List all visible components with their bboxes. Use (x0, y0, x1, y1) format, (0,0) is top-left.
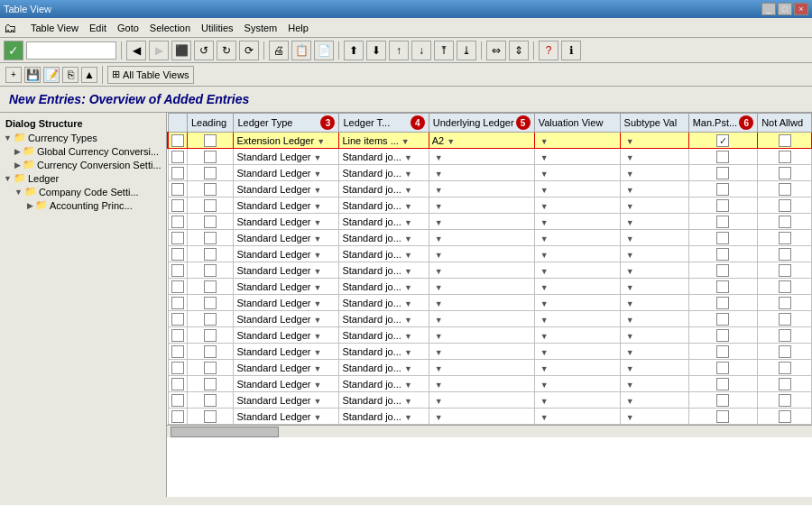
valuation-dropdown[interactable]: ▼ (540, 364, 549, 373)
subtype-dropdown[interactable]: ▼ (626, 316, 634, 325)
leading-checkbox[interactable] (204, 378, 217, 390)
row-checkbox[interactable] (171, 394, 184, 407)
notallwd-checkbox[interactable] (779, 329, 791, 342)
ledger-type-dropdown[interactable]: ▼ (314, 234, 322, 243)
valuation-dropdown[interactable]: ▼ (540, 348, 549, 357)
valuation-dropdown[interactable]: ▼ (540, 137, 549, 146)
valuation-dropdown[interactable]: ▼ (540, 251, 549, 260)
valuation-dropdown[interactable]: ▼ (540, 218, 549, 227)
subtype-dropdown[interactable]: ▼ (626, 186, 634, 195)
toolbar-input[interactable] (26, 41, 116, 60)
refresh3-button[interactable]: ⟳ (239, 41, 259, 60)
menu-selection[interactable]: Selection (150, 23, 190, 33)
underlying-dropdown[interactable]: ▼ (435, 413, 443, 422)
leading-checkbox[interactable] (204, 394, 217, 407)
underlying-dropdown[interactable]: ▼ (435, 234, 443, 243)
ledger-type-dropdown[interactable]: ▼ (314, 251, 322, 260)
valuation-dropdown[interactable]: ▼ (540, 397, 549, 406)
manpst-checkbox[interactable] (716, 410, 729, 423)
valuation-dropdown[interactable]: ▼ (540, 186, 549, 195)
leading-checkbox[interactable] (204, 264, 217, 277)
row-checkbox[interactable] (171, 167, 184, 179)
ledger-t-dropdown[interactable]: ▼ (404, 267, 412, 276)
row-checkbox[interactable] (171, 264, 184, 277)
row-checkbox[interactable] (171, 248, 184, 261)
subtype-dropdown[interactable]: ▼ (626, 381, 634, 390)
valuation-dropdown[interactable]: ▼ (540, 413, 549, 422)
ledger-type-dropdown[interactable]: ▼ (314, 316, 322, 325)
subtype-dropdown[interactable]: ▼ (626, 251, 634, 260)
underlying-dropdown[interactable]: ▼ (435, 348, 443, 357)
check-button[interactable]: ✓ (4, 41, 23, 60)
ledger-t-dropdown[interactable]: ▼ (404, 218, 412, 227)
details-button[interactable]: 📝 (43, 67, 60, 83)
horizontal-scrollbar[interactable] (167, 425, 812, 437)
manpst-checkbox[interactable] (716, 199, 729, 212)
ledger-type-dropdown[interactable]: ▼ (314, 348, 322, 357)
manpst-checkbox[interactable] (716, 134, 729, 147)
row-checkbox[interactable] (171, 410, 184, 423)
manpst-checkbox[interactable] (716, 313, 729, 326)
subtype-dropdown[interactable]: ▼ (626, 218, 634, 227)
ledger-t-dropdown[interactable]: ▼ (404, 364, 412, 373)
underlying-dropdown[interactable]: ▼ (435, 202, 443, 211)
manpst-checkbox[interactable] (716, 248, 729, 261)
valuation-dropdown[interactable]: ▼ (540, 202, 549, 211)
subtype-dropdown[interactable]: ▼ (626, 234, 634, 243)
row-checkbox[interactable] (171, 199, 184, 212)
row-checkbox[interactable] (171, 216, 184, 228)
ledger-type-dropdown[interactable]: ▼ (314, 283, 322, 292)
ledger-t-dropdown[interactable]: ▼ (404, 381, 412, 390)
valuation-dropdown[interactable]: ▼ (540, 153, 549, 162)
compress-button[interactable]: ⇕ (509, 41, 529, 60)
leading-checkbox[interactable] (204, 183, 217, 196)
menu-utilities[interactable]: Utilities (201, 23, 233, 33)
ledger-type-dropdown[interactable]: ▼ (314, 153, 322, 162)
ledger-t-dropdown[interactable]: ▼ (404, 186, 412, 195)
manpst-checkbox[interactable] (716, 394, 729, 407)
sidebar-item-global-currency[interactable]: ▶ 📁 Global Currency Conversi... (0, 144, 166, 158)
ledger-t-dropdown[interactable]: ▼ (401, 137, 410, 146)
underlying-dropdown[interactable]: ▼ (435, 316, 443, 325)
ledger-t-dropdown[interactable]: ▼ (404, 397, 412, 406)
manpst-checkbox[interactable] (716, 297, 729, 309)
manpst-checkbox[interactable] (716, 280, 729, 293)
row-checkbox[interactable] (171, 345, 184, 358)
manpst-checkbox[interactable] (716, 378, 729, 390)
help-button[interactable]: ? (539, 41, 558, 60)
download2-button[interactable]: ↓ (411, 41, 431, 60)
notallwd-checkbox[interactable] (779, 297, 791, 309)
manpst-checkbox[interactable] (716, 329, 729, 342)
row-checkbox[interactable] (171, 151, 184, 163)
underlying-dropdown[interactable]: ▼ (435, 332, 443, 341)
leading-checkbox[interactable] (204, 248, 217, 261)
back-button[interactable]: ◀ (126, 41, 146, 60)
leading-checkbox[interactable] (204, 216, 217, 228)
ledger-type-dropdown[interactable]: ▼ (314, 364, 322, 373)
notallwd-checkbox[interactable] (779, 410, 791, 423)
subtype-dropdown[interactable]: ▼ (626, 299, 634, 308)
row-checkbox[interactable] (171, 378, 184, 390)
upload3-button[interactable]: ⤒ (434, 41, 454, 60)
ledger-type-dropdown[interactable]: ▼ (314, 397, 322, 406)
leading-checkbox[interactable] (204, 297, 217, 309)
leading-checkbox[interactable] (204, 345, 217, 358)
notallwd-checkbox[interactable] (779, 264, 791, 277)
valuation-dropdown[interactable]: ▼ (540, 170, 549, 179)
expand-button[interactable]: ⇔ (486, 41, 506, 60)
download-button[interactable]: ⬇ (366, 41, 386, 60)
sidebar-item-currency-types[interactable]: ▼ 📁 Currency Types (0, 131, 166, 144)
underlying-dropdown[interactable]: ▼ (447, 137, 455, 146)
subtype-dropdown[interactable]: ▼ (626, 202, 634, 211)
notallwd-checkbox[interactable] (779, 313, 791, 326)
leading-checkbox[interactable] (204, 362, 217, 374)
leading-checkbox[interactable] (204, 410, 217, 423)
close-button[interactable]: × (794, 3, 808, 15)
notallwd-checkbox[interactable] (779, 151, 791, 163)
row-checkbox[interactable] (171, 232, 184, 244)
ledger-t-dropdown[interactable]: ▼ (404, 283, 412, 292)
underlying-dropdown[interactable]: ▼ (435, 299, 443, 308)
row-checkbox[interactable] (171, 313, 184, 326)
ledger-t-dropdown[interactable]: ▼ (404, 316, 412, 325)
ledger-type-dropdown[interactable]: ▼ (314, 413, 322, 422)
